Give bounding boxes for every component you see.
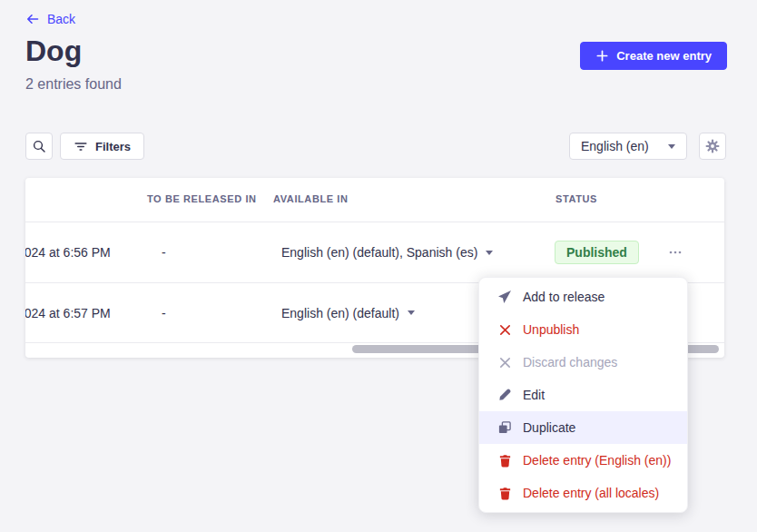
- filters-label: Filters: [95, 140, 131, 153]
- duplicate-icon: [497, 420, 512, 435]
- to-be-released-in-cell: -: [162, 245, 166, 260]
- column-header-to-be-released-in[interactable]: TO BE RELEASED IN: [147, 193, 257, 204]
- trash-icon: [497, 486, 512, 500]
- menu-item-unpublish[interactable]: Unpublish: [479, 313, 687, 346]
- locale-select-value: English (en): [581, 139, 649, 153]
- row-actions-button[interactable]: [663, 240, 688, 265]
- trash-icon: [497, 453, 512, 468]
- plus-icon: [595, 49, 609, 63]
- menu-item-duplicate[interactable]: Duplicate: [479, 411, 687, 444]
- page-title: Dog: [25, 34, 82, 68]
- gear-icon: [705, 139, 720, 153]
- cross-icon: [497, 355, 512, 369]
- filter-icon: [74, 139, 88, 153]
- back-label: Back: [47, 12, 75, 26]
- chevron-down-icon: [486, 251, 493, 255]
- create-new-entry-button[interactable]: Create new entry: [580, 42, 727, 70]
- table-row[interactable]: 2024 at 6:56 PM - English (en) (default)…: [25, 222, 724, 283]
- updated-at-cell: 2024 at 6:56 PM: [25, 245, 111, 260]
- arrow-left-icon: [25, 12, 40, 26]
- settings-button[interactable]: [699, 133, 726, 160]
- entries-count: 2 entries found: [25, 76, 122, 93]
- chevron-down-icon: [668, 144, 675, 149]
- status-badge: Published: [555, 241, 639, 264]
- menu-item-delete-entry-all-locales[interactable]: Delete entry (all locales): [479, 477, 687, 509]
- available-in-cell[interactable]: English (en) (default), Spanish (es): [281, 245, 493, 260]
- updated-at-cell: 2024 at 6:57 PM: [25, 306, 111, 320]
- search-button[interactable]: [25, 133, 53, 160]
- menu-item-edit[interactable]: Edit: [479, 379, 687, 411]
- to-be-released-in-cell: -: [162, 306, 166, 320]
- locale-select[interactable]: English (en): [569, 133, 687, 160]
- filters-button[interactable]: Filters: [60, 133, 144, 160]
- column-header-available-in[interactable]: AVAILABLE IN: [273, 193, 349, 204]
- cross-icon: [497, 322, 512, 337]
- table-header-row: TO BE RELEASED IN AVAILABLE IN STATUS: [25, 178, 724, 222]
- row-actions-menu: Add to release Unpublish Discard changes…: [478, 277, 688, 513]
- chevron-down-icon: [408, 310, 415, 315]
- column-header-status[interactable]: STATUS: [555, 193, 597, 204]
- available-in-cell[interactable]: English (en) (default): [281, 306, 415, 320]
- pencil-icon: [497, 388, 512, 402]
- search-icon: [32, 139, 46, 153]
- menu-item-discard-changes[interactable]: Discard changes: [479, 346, 687, 379]
- available-in-value: English (en) (default): [281, 306, 399, 320]
- menu-item-add-to-release[interactable]: Add to release: [479, 281, 687, 313]
- menu-item-delete-entry-locale[interactable]: Delete entry (English (en)): [479, 444, 687, 477]
- send-icon: [497, 290, 512, 304]
- create-new-entry-label: Create new entry: [616, 49, 712, 63]
- more-dots-icon: [668, 245, 683, 260]
- back-link[interactable]: Back: [25, 12, 75, 26]
- available-in-value: English (en) (default), Spanish (es): [281, 245, 477, 260]
- content-manager-page: Back Dog 2 entries found Create new entr…: [0, 0, 757, 532]
